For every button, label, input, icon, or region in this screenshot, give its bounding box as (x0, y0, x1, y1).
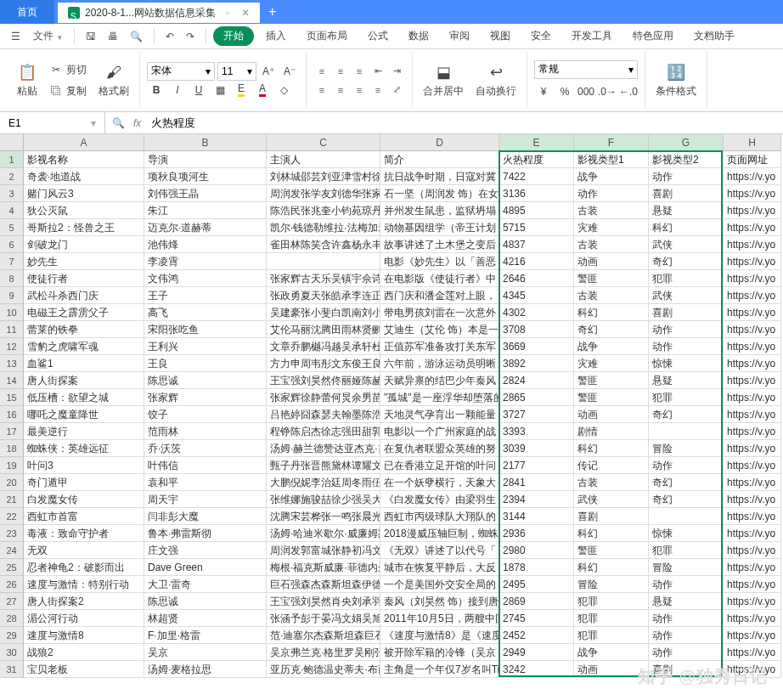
cell[interactable]: 剑破龙门 (24, 236, 144, 253)
cell[interactable]: 白发魔女传 (24, 491, 144, 508)
cell[interactable]: 2841 (499, 474, 574, 491)
cell[interactable]: 动物基因组学（帝王计划 (380, 219, 499, 236)
cell[interactable]: 速度与激情8 (24, 627, 144, 644)
cell[interactable]: 秦风（刘昊然 饰）接到唐 (380, 593, 499, 610)
cell[interactable]: 血鲨1 (24, 355, 144, 372)
cell[interactable]: https://v.yo (724, 372, 781, 389)
cell[interactable]: 叶伟信 (144, 457, 267, 474)
cell[interactable]: 宝贝老板 (24, 661, 144, 678)
cell[interactable]: 庄文强 (144, 542, 267, 559)
cell[interactable]: 2745 (499, 610, 574, 627)
cell[interactable]: 周润发张学友刘德华张家 (267, 185, 380, 202)
grid-body[interactable]: 1影视名称导演主演人简介火热程度影视类型1影视类型2页面网址2奇袭·地道战项秋良… (0, 151, 781, 678)
ribbon-tab-special[interactable]: 特色应用 (624, 24, 682, 48)
cell[interactable]: 犯罪 (649, 542, 724, 559)
cell[interactable]: 战争 (574, 168, 649, 185)
cell[interactable]: 狄公灭鼠 (24, 202, 144, 219)
cell[interactable]: 故事讲述了土木堡之变后 (380, 236, 499, 253)
cell[interactable]: 袁和平 (144, 474, 267, 491)
cell[interactable]: 警匪 (574, 389, 649, 406)
row-header[interactable]: 28 (0, 610, 24, 627)
increase-decimal-icon[interactable]: .0→ (598, 82, 617, 101)
cell[interactable]: 高飞 (144, 304, 267, 321)
paste-button[interactable]: 📋 粘贴 (14, 60, 41, 100)
align-center-icon[interactable]: ≡ (332, 82, 349, 99)
cell[interactable]: 灾难 (574, 355, 649, 372)
cell[interactable]: 吴建豪张小斐白凯南刘小 (267, 304, 380, 321)
cell[interactable]: Dave Green (144, 559, 267, 576)
cell[interactable]: 方力申周韦彤文东俊王良 (267, 355, 380, 372)
cell[interactable]: 王宝强刘昊然肖央刘承羽 (267, 593, 380, 610)
cell[interactable]: 吴京弗兰克·格里罗吴刚张 (267, 644, 380, 661)
cell[interactable]: 警匪 (574, 372, 649, 389)
cell[interactable]: https://v.yo (724, 287, 781, 304)
font-name-select[interactable]: 宋体▾ (147, 62, 215, 81)
cell[interactable]: 汤姆·麦格拉思 (144, 661, 267, 678)
cell[interactable]: https://v.yo (724, 644, 781, 661)
cell[interactable]: 正值苏军准备攻打关东军 (380, 338, 499, 355)
cell[interactable]: 带电男孩刘雷在一次意外 (380, 304, 499, 321)
cell[interactable]: 周天宇 (144, 491, 267, 508)
ribbon-tab-formula[interactable]: 公式 (359, 24, 397, 48)
cell[interactable]: https://v.yo (724, 491, 781, 508)
cell[interactable]: https://v.yo (724, 440, 781, 457)
cell[interactable]: https://v.yo (724, 576, 781, 593)
row-header[interactable]: 6 (0, 236, 24, 253)
percent-icon[interactable]: % (555, 82, 574, 101)
row-header[interactable]: 17 (0, 423, 24, 440)
cell[interactable]: 动作 (574, 185, 649, 202)
row-header[interactable]: 15 (0, 389, 24, 406)
cell[interactable]: 并州发生鼠患，监狱坍塌 (380, 202, 499, 219)
cell[interactable]: 动作 (649, 576, 724, 593)
cell[interactable]: 3393 (499, 423, 574, 440)
cell[interactable]: 4895 (499, 202, 574, 219)
row-header[interactable]: 19 (0, 457, 24, 474)
cell[interactable]: https://v.yo (724, 253, 781, 270)
cell[interactable]: 雀田林陈笑含许鑫杨永丰 (267, 236, 380, 253)
cell[interactable]: 《速度与激情8》是《速度 (380, 627, 499, 644)
cell[interactable]: 艾迪生（艾伦 饰）本是一 (380, 321, 499, 338)
cell[interactable]: 大卫·雷奇 (144, 576, 267, 593)
cell[interactable]: 影视类型2 (649, 151, 724, 168)
row-header[interactable]: 31 (0, 661, 24, 678)
cell[interactable]: 张维娜施骏喆徐少强吴大 (267, 491, 380, 508)
cell[interactable]: 忍者神龟2：破影而出 (24, 559, 144, 576)
cell[interactable]: 甄子丹张晋熊黛林谭耀文 (267, 457, 380, 474)
cell[interactable]: 动作 (649, 610, 724, 627)
cell[interactable]: 主角是一个年仅7岁名叫Ti (380, 661, 499, 678)
cell[interactable]: https://v.yo (724, 185, 781, 202)
row-header[interactable]: 30 (0, 644, 24, 661)
ribbon-tab-security[interactable]: 安全 (522, 24, 560, 48)
cell[interactable] (649, 508, 724, 525)
indent-increase-icon[interactable]: ⇥ (388, 63, 405, 80)
cell[interactable]: 喜剧 (574, 508, 649, 525)
clear-format-button[interactable]: ◇ (274, 81, 293, 99)
cell[interactable]: 《无双》讲述了以代号「 (380, 542, 499, 559)
column-header-A[interactable]: A (24, 134, 144, 151)
cell[interactable]: 周润发郭富城张静初冯文 (267, 542, 380, 559)
row-header[interactable]: 14 (0, 372, 24, 389)
cell[interactable]: 刘伟强王晶 (144, 185, 267, 202)
cell[interactable]: 李凌霄 (144, 253, 267, 270)
cell[interactable]: 妙先生 (24, 253, 144, 270)
cell[interactable]: https://v.yo (724, 236, 781, 253)
cell[interactable]: https://v.yo (724, 406, 781, 423)
cell[interactable]: 宋阳张吃鱼 (144, 321, 267, 338)
cell[interactable]: 艾伦马丽沈腾田雨林贤鹂 (267, 321, 380, 338)
cell[interactable]: 悬疑 (649, 202, 724, 219)
row-header[interactable]: 18 (0, 440, 24, 457)
cell[interactable]: 火热程度 (499, 151, 574, 168)
cell[interactable]: 梅根·福克斯威廉·菲德内尔 (267, 559, 380, 576)
cell[interactable]: 已在香港立足开馆的叶问 (380, 457, 499, 474)
cell[interactable]: 巨石强森杰森斯坦森伊德 (267, 576, 380, 593)
cell[interactable]: 犯罪 (574, 627, 649, 644)
cell[interactable]: 4837 (499, 236, 574, 253)
cell[interactable]: 闫非彭大魔 (144, 508, 267, 525)
cell[interactable]: 2495 (499, 576, 574, 593)
cell[interactable]: 犯罪 (649, 270, 724, 287)
cell[interactable]: 科幻 (574, 525, 649, 542)
cell[interactable]: 武松斗杀西门庆 (24, 287, 144, 304)
cell[interactable]: 动作 (649, 644, 724, 661)
cell[interactable]: 无双 (24, 542, 144, 559)
cell[interactable]: https://v.yo (724, 304, 781, 321)
